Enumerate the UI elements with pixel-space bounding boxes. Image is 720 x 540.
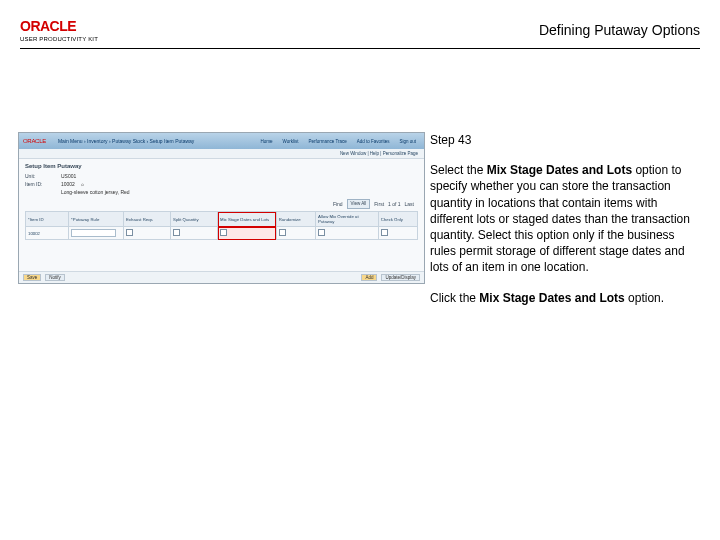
app-footer: Save Notify Add Update/Display — [19, 271, 424, 283]
col-mix-stage-dates-lots: Mix Stage Dates and Lots — [218, 212, 277, 227]
brand-logo-subtitle: USER PRODUCTIVITY KIT — [20, 36, 98, 42]
lookup-icon[interactable]: ⌕ — [81, 181, 87, 187]
header-divider — [20, 48, 700, 49]
cell-split-quantity — [171, 227, 218, 240]
nav-home[interactable]: Home — [261, 139, 273, 144]
cell-allow-mix-override — [316, 227, 379, 240]
allow-mix-override-checkbox[interactable] — [318, 229, 325, 236]
page-tools: New Window | Help | Personalize Page — [19, 149, 424, 159]
putaway-grid: *Item ID *Putaway Rule Exhaust Reqs Spli… — [25, 211, 418, 240]
app-header: ORACLE Main Menu › Inventory › Putaway S… — [19, 133, 424, 149]
nav-add-favorites[interactable]: Add to Favorites — [357, 139, 390, 144]
app-logo: ORACLE — [23, 138, 46, 144]
breadcrumb-menu: Main Menu › Inventory › Putaway Stock › … — [58, 138, 194, 144]
cell-exhaust-reqs — [123, 227, 170, 240]
desc-value: Long-sleeve cotton jersey, Red — [61, 189, 130, 195]
brand-logo: ORACLE USER PRODUCTIVITY KIT — [20, 18, 98, 42]
step-instruction: Click the Mix Stage Dates and Lots optio… — [430, 290, 698, 306]
notify-button[interactable]: Notify — [45, 274, 65, 281]
app-screenshot: ORACLE Main Menu › Inventory › Putaway S… — [18, 132, 425, 284]
unit-value: US001 — [61, 173, 76, 179]
check-only-checkbox[interactable] — [381, 229, 388, 236]
col-item-id: *Item ID — [26, 212, 69, 227]
add-button[interactable]: Add — [361, 274, 377, 281]
cell-item-id: 10002 — [26, 227, 69, 240]
mix-stage-dates-lots-checkbox[interactable] — [220, 229, 227, 236]
nav-worklist[interactable]: Worklist — [283, 139, 299, 144]
table-row: 10002 — [26, 227, 418, 240]
exhaust-reqs-checkbox[interactable] — [126, 229, 133, 236]
toolbar-find-label: Find — [333, 201, 343, 207]
step-paragraph: Select the Mix Stage Dates and Lots opti… — [430, 162, 698, 275]
cell-putaway-rule — [69, 227, 124, 240]
brand-logo-text: ORACLE — [20, 18, 98, 34]
col-exhaust-reqs: Exhaust Reqs — [123, 212, 170, 227]
toolbar-range: 1 of 1 — [388, 201, 401, 207]
col-allow-mix-override: Allow Mix Override at Putaway — [316, 212, 379, 227]
cell-mix-stage-dates-lots — [218, 227, 277, 240]
split-quantity-checkbox[interactable] — [173, 229, 180, 236]
toolbar-first[interactable]: First — [374, 201, 384, 207]
unit-label: Unit: — [25, 173, 55, 179]
putaway-rule-input[interactable] — [71, 229, 116, 237]
col-split-quantity: Split Quantity — [171, 212, 218, 227]
col-check-only: Check Only — [378, 212, 417, 227]
top-nav: Home Worklist Performance Trace Add to F… — [261, 139, 424, 144]
grid-toolbar: Find View All First 1 of 1 Last — [25, 197, 418, 211]
item-id-value: 10002 — [61, 181, 75, 187]
instruction-panel: Step 43 Select the Mix Stage Dates and L… — [430, 132, 698, 320]
nav-signout[interactable]: Sign out — [399, 139, 416, 144]
randomize-checkbox[interactable] — [279, 229, 286, 236]
cell-randomize — [276, 227, 315, 240]
page-title: Defining Putaway Options — [539, 22, 700, 38]
toolbar-last[interactable]: Last — [405, 201, 414, 207]
nav-performance-trace[interactable]: Performance Trace — [308, 139, 346, 144]
form-title: Setup Item Putaway — [25, 163, 418, 169]
item-id-label: Item ID: — [25, 181, 55, 187]
step-label: Step 43 — [430, 132, 698, 148]
col-randomize: Randomize — [276, 212, 315, 227]
col-putaway-rule: *Putaway Rule — [69, 212, 124, 227]
update-display-button[interactable]: Update/Display — [381, 274, 420, 281]
cell-check-only — [378, 227, 417, 240]
save-button[interactable]: Save — [23, 274, 41, 281]
toolbar-viewall-button[interactable]: View All — [347, 199, 371, 209]
